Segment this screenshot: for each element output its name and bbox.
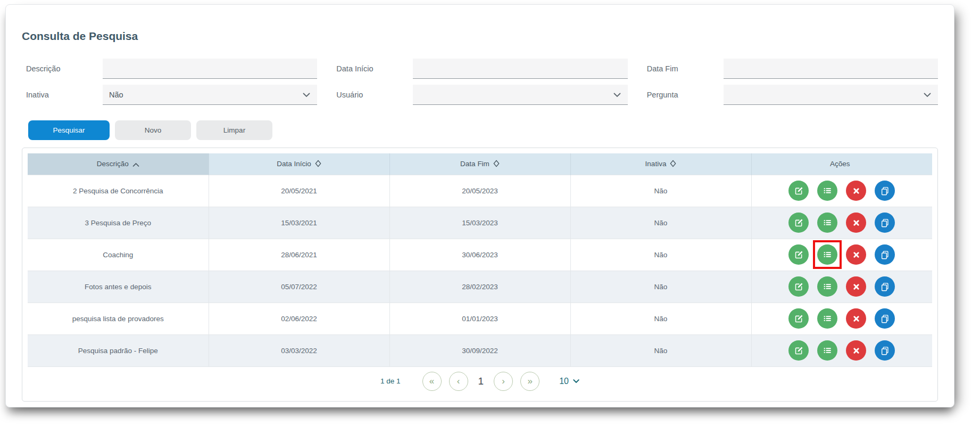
cell-inativa: Não xyxy=(570,207,751,239)
data-inicio-label: Data Início xyxy=(332,64,413,73)
limpar-button[interactable]: Limpar xyxy=(196,120,272,140)
column-label: Data Início xyxy=(277,160,311,168)
table-header-row: Descrição Data Início Data Fim Inativa A… xyxy=(28,153,932,175)
filter-pergunta: Pergunta xyxy=(643,85,938,105)
usuario-select[interactable] xyxy=(413,85,627,105)
list-action-button[interactable] xyxy=(817,276,837,297)
page-size-value: 10 xyxy=(559,377,569,386)
column-header-data-inicio[interactable]: Data Início xyxy=(209,153,389,175)
copy-action-button[interactable] xyxy=(875,308,895,329)
cell-actions xyxy=(751,271,932,303)
cell-data-fim: 30/09/2022 xyxy=(389,334,570,366)
copy-action-button[interactable] xyxy=(875,213,895,233)
chevron-down-icon xyxy=(303,93,310,97)
delete-action-button[interactable] xyxy=(846,308,866,329)
edit-icon xyxy=(794,186,804,196)
page-count-label: 1 de 1 xyxy=(380,377,401,385)
cell-descricao: Fotos antes e depois xyxy=(28,271,209,303)
edit-action-button[interactable] xyxy=(788,213,809,233)
data-fim-input[interactable] xyxy=(724,59,938,79)
delete-icon xyxy=(852,314,861,323)
page-title: Consulta de Pesquisa xyxy=(22,30,938,43)
column-label: Data Fim xyxy=(460,160,489,168)
edit-action-button[interactable] xyxy=(788,244,809,265)
first-page-button[interactable]: « xyxy=(422,372,442,391)
list-icon xyxy=(823,346,832,355)
table-row: 2 Pesquisa de Concorrência20/05/202120/0… xyxy=(28,175,932,207)
delete-action-button[interactable] xyxy=(846,244,866,265)
column-label: Inativa xyxy=(645,160,667,168)
chevron-down-icon xyxy=(613,93,621,97)
copy-icon xyxy=(880,314,890,324)
column-header-acoes: Ações xyxy=(751,153,932,175)
copy-icon xyxy=(880,218,890,228)
descricao-input[interactable] xyxy=(103,59,317,79)
cell-inativa: Não xyxy=(570,239,751,271)
delete-action-button[interactable] xyxy=(846,181,866,201)
sort-ascending-icon xyxy=(132,162,139,167)
next-page-button[interactable]: › xyxy=(494,372,513,391)
edit-icon xyxy=(794,346,804,356)
edit-icon xyxy=(794,218,804,228)
delete-action-button[interactable] xyxy=(846,213,866,233)
pagination: 1 de 1 « ‹ 1 › » 10 xyxy=(28,367,932,396)
list-action-button[interactable] xyxy=(817,181,837,201)
delete-action-button[interactable] xyxy=(846,276,866,297)
copy-action-button[interactable] xyxy=(875,340,895,361)
inativa-label: Inativa xyxy=(22,91,103,99)
list-action-button[interactable] xyxy=(817,244,837,265)
pergunta-label: Pergunta xyxy=(643,91,724,99)
novo-button[interactable]: Novo xyxy=(115,120,191,140)
column-header-data-fim[interactable]: Data Fim xyxy=(389,153,570,175)
pesquisar-button[interactable]: Pesquisar xyxy=(28,120,110,140)
table-body: 2 Pesquisa de Concorrência20/05/202120/0… xyxy=(28,175,932,366)
pergunta-select[interactable] xyxy=(724,85,938,105)
chevron-down-icon xyxy=(573,379,579,383)
edit-action-button[interactable] xyxy=(788,181,809,201)
results-table-container: Descrição Data Início Data Fim Inativa A… xyxy=(22,148,938,402)
inativa-select[interactable]: Não xyxy=(103,85,317,105)
list-action-button[interactable] xyxy=(817,340,837,361)
cell-data-inicio: 15/03/2021 xyxy=(209,207,389,239)
cell-descricao: Coaching xyxy=(28,239,209,271)
list-icon xyxy=(823,314,832,323)
consulta-pesquisa-card: Consulta de Pesquisa Descrição Data Iníc… xyxy=(5,4,954,407)
data-fim-label: Data Fim xyxy=(643,64,724,73)
edit-action-button[interactable] xyxy=(788,340,809,361)
cell-descricao: Pesquisa padrão - Felipe xyxy=(28,334,209,366)
sort-icon xyxy=(493,160,500,167)
table-row: 3 Pesquisa de Preço15/03/202115/03/2023N… xyxy=(28,207,932,239)
delete-icon xyxy=(852,186,861,195)
cell-descricao: 2 Pesquisa de Concorrência xyxy=(28,175,209,207)
delete-icon xyxy=(852,250,861,259)
toolbar: Pesquisar Novo Limpar xyxy=(22,120,938,140)
prev-page-button[interactable]: ‹ xyxy=(449,372,468,391)
cell-actions xyxy=(751,175,932,207)
column-label: Descrição xyxy=(97,160,129,168)
cell-data-fim: 28/02/2023 xyxy=(389,271,570,303)
copy-action-button[interactable] xyxy=(875,181,895,201)
page-size-select[interactable]: 10 xyxy=(559,377,579,386)
delete-action-button[interactable] xyxy=(846,340,866,361)
copy-action-button[interactable] xyxy=(875,244,895,265)
sort-icon xyxy=(315,160,321,167)
delete-icon xyxy=(852,282,861,291)
cell-actions xyxy=(751,303,932,334)
edit-action-button[interactable] xyxy=(788,276,809,297)
list-action-button[interactable] xyxy=(817,308,837,329)
list-action-button[interactable] xyxy=(817,213,837,233)
chevron-down-icon xyxy=(924,93,931,97)
cell-inativa: Não xyxy=(570,334,751,366)
edit-action-button[interactable] xyxy=(788,308,809,329)
data-inicio-input[interactable] xyxy=(413,59,627,79)
edit-icon xyxy=(794,314,804,324)
sort-icon xyxy=(670,160,676,167)
filters-section: Descrição Data Início Data Fim Inativa N… xyxy=(22,59,938,105)
column-header-descricao[interactable]: Descrição xyxy=(28,153,209,175)
cell-data-inicio: 20/05/2021 xyxy=(209,175,389,207)
table-row: Fotos antes e depois05/07/202228/02/2023… xyxy=(28,271,932,303)
column-header-inativa[interactable]: Inativa xyxy=(570,153,751,175)
last-page-button[interactable]: » xyxy=(520,372,539,391)
copy-action-button[interactable] xyxy=(875,276,895,297)
current-page[interactable]: 1 xyxy=(478,375,484,387)
